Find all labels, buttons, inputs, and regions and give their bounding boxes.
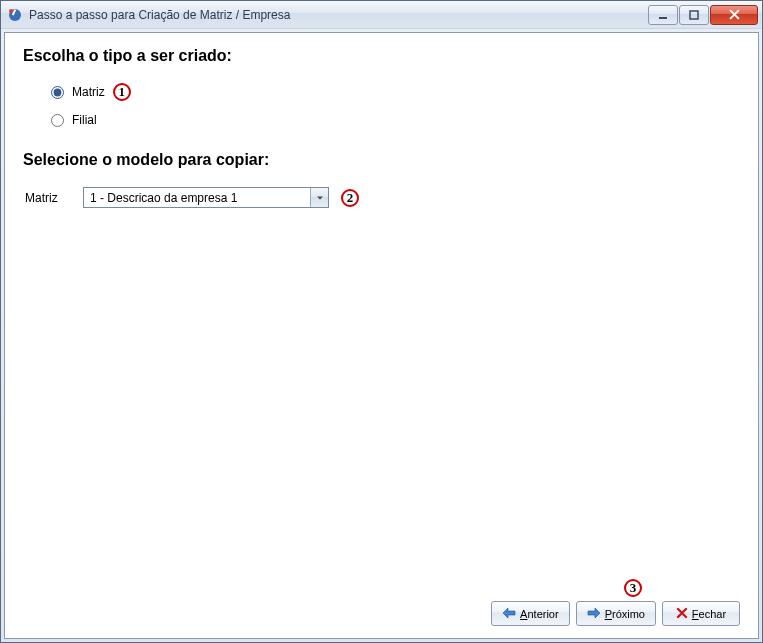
radio-filial[interactable]: Filial: [51, 113, 740, 127]
matriz-combobox[interactable]: 1 - Descricao da empresa 1: [83, 187, 329, 208]
maximize-button[interactable]: [679, 5, 709, 25]
arrow-right-icon: [587, 607, 601, 621]
window-title: Passo a passo para Criação de Matriz / E…: [29, 8, 648, 22]
svg-point-2: [9, 9, 13, 13]
next-button[interactable]: Próximo: [576, 601, 656, 626]
window-controls: [648, 5, 758, 25]
radio-matriz-label: Matriz: [72, 85, 105, 99]
model-field-label: Matriz: [25, 191, 75, 205]
model-row: Matriz 1 - Descricao da empresa 1 2: [25, 187, 740, 208]
previous-button[interactable]: Anterior: [491, 601, 570, 626]
client-area: Escolha o tipo a ser criado: Matriz 1 Fi…: [4, 32, 759, 639]
callout-3: 3: [624, 579, 642, 597]
close-window-button[interactable]: [710, 5, 758, 25]
callout-1: 1: [113, 83, 131, 101]
heading-choose-type: Escolha o tipo a ser criado:: [23, 47, 740, 65]
matriz-combobox-value: 1 - Descricao da empresa 1: [84, 188, 310, 207]
content: Escolha o tipo a ser criado: Matriz 1 Fi…: [23, 47, 740, 593]
minimize-button[interactable]: [648, 5, 678, 25]
app-icon: [7, 7, 23, 23]
titlebar: Passo a passo para Criação de Matriz / E…: [1, 1, 762, 29]
radio-matriz[interactable]: Matriz 1: [51, 83, 740, 101]
close-button-label: Fechar: [692, 608, 726, 620]
radio-filial-label: Filial: [72, 113, 97, 127]
previous-button-label: Anterior: [520, 608, 559, 620]
dialog-window: Passo a passo para Criação de Matriz / E…: [0, 0, 763, 643]
callout-2: 2: [341, 189, 359, 207]
arrow-left-icon: [502, 607, 516, 621]
next-button-label: Próximo: [605, 608, 645, 620]
radio-matriz-input[interactable]: [51, 86, 64, 99]
chevron-down-icon[interactable]: [310, 188, 328, 207]
close-button[interactable]: Fechar: [662, 601, 740, 626]
footer: 3 Anterior Próximo Fechar: [23, 593, 740, 626]
radio-filial-input[interactable]: [51, 114, 64, 127]
close-icon: [676, 607, 688, 621]
svg-rect-3: [659, 17, 667, 19]
heading-select-model: Selecione o modelo para copiar:: [23, 151, 740, 169]
svg-rect-4: [690, 11, 698, 19]
